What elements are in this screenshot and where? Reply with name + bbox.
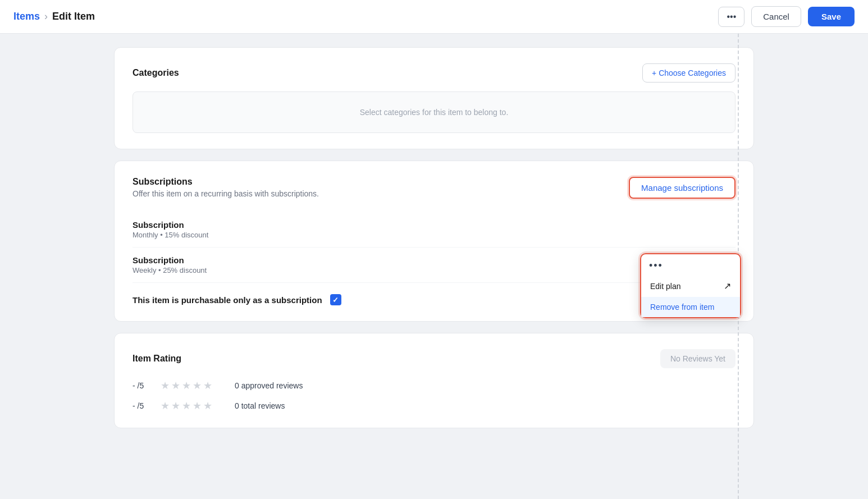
edit-plan-menu-item[interactable]: Edit plan ↗ [641, 275, 740, 297]
subscription-1-detail: Monthly • 15% discount [133, 231, 208, 239]
save-button[interactable]: Save [808, 7, 855, 26]
cancel-button[interactable]: Cancel [751, 6, 801, 27]
categories-header-row: Categories + Choose Categories [133, 63, 735, 83]
subscriptions-title-group: Subscriptions Offer this item on a recur… [133, 177, 319, 198]
more-options-button[interactable]: ••• [718, 7, 744, 27]
subscription-1-title: Subscription [133, 220, 208, 230]
choose-categories-button[interactable]: + Choose Categories [642, 63, 735, 83]
total-reviews-count: 0 total reviews [235, 401, 285, 410]
item-rating-title: Item Rating [133, 354, 181, 364]
subscription-row-1: Subscription Monthly • 15% discount [133, 212, 735, 248]
subscription-2-info: Subscription Weekly • 25% discount [133, 255, 207, 274]
breadcrumb: Items › Edit Item [13, 11, 95, 22]
edit-plan-label: Edit plan [650, 282, 680, 291]
main-content: Categories + Choose Categories Select ca… [114, 34, 754, 442]
rating-header-row: Item Rating No Reviews Yet [133, 349, 735, 368]
categories-empty-state: Select categories for this item to belon… [133, 91, 735, 133]
subscription-2-detail: Weekly • 25% discount [133, 266, 207, 274]
subscriptions-card: Subscriptions Offer this item on a recur… [114, 161, 754, 322]
subscription-dropdown-menu: ••• Edit plan ↗ Remove from item [640, 253, 741, 318]
star-1: ★ [161, 379, 170, 392]
categories-card: Categories + Choose Categories Select ca… [114, 47, 754, 149]
star-4: ★ [193, 379, 202, 392]
subscriptions-subtitle: Offer this item on a recurring basis wit… [133, 189, 319, 198]
rating-rows: - /5 ★ ★ ★ ★ ★ 0 approved reviews - /5 ★… [133, 379, 735, 412]
page-header: Items › Edit Item ••• Cancel Save [0, 0, 868, 34]
subscription-row-2: Subscription Weekly • 25% discount ••• •… [133, 248, 735, 283]
breadcrumb-separator: › [44, 11, 48, 22]
approved-rating-score: - /5 [133, 381, 149, 390]
total-rating-score: - /5 [133, 401, 149, 410]
purchasable-only-checkbox[interactable] [330, 294, 341, 305]
no-reviews-button: No Reviews Yet [660, 349, 735, 368]
subscriptions-title: Subscriptions [133, 177, 319, 187]
categories-empty-message: Select categories for this item to belon… [360, 108, 509, 117]
rating-row-approved: - /5 ★ ★ ★ ★ ★ 0 approved reviews [133, 379, 735, 392]
star-5: ★ [203, 379, 212, 392]
edit-plan-arrow-icon: ↗ [724, 281, 731, 291]
header-actions: ••• Cancel Save [718, 6, 855, 27]
star-3: ★ [182, 379, 191, 392]
categories-title: Categories [133, 68, 179, 78]
star-5: ★ [203, 400, 212, 412]
subscription-1-info: Subscription Monthly • 15% discount [133, 220, 208, 239]
item-rating-card: Item Rating No Reviews Yet - /5 ★ ★ ★ ★ … [114, 333, 754, 428]
manage-subscriptions-button[interactable]: Manage subscriptions [629, 177, 735, 199]
total-stars: ★ ★ ★ ★ ★ [161, 400, 212, 412]
purchasable-only-label: This item is purchasable only as a subsc… [133, 295, 322, 305]
remove-from-item-label: Remove from item [650, 303, 714, 312]
approved-stars: ★ ★ ★ ★ ★ [161, 379, 212, 392]
star-4: ★ [193, 400, 202, 412]
breadcrumb-items-link[interactable]: Items [13, 11, 40, 22]
star-2: ★ [171, 400, 180, 412]
star-3: ★ [182, 400, 191, 412]
approved-reviews-count: 0 approved reviews [235, 381, 303, 390]
dropdown-dots: ••• [641, 254, 740, 275]
remove-from-item-menu-item[interactable]: Remove from item [641, 297, 740, 317]
page-title: Edit Item [52, 11, 95, 22]
rating-row-total: - /5 ★ ★ ★ ★ ★ 0 total reviews [133, 400, 735, 412]
star-2: ★ [171, 379, 180, 392]
star-1: ★ [161, 400, 170, 412]
subscription-2-title: Subscription [133, 255, 207, 265]
subscriptions-header: Subscriptions Offer this item on a recur… [133, 177, 735, 199]
